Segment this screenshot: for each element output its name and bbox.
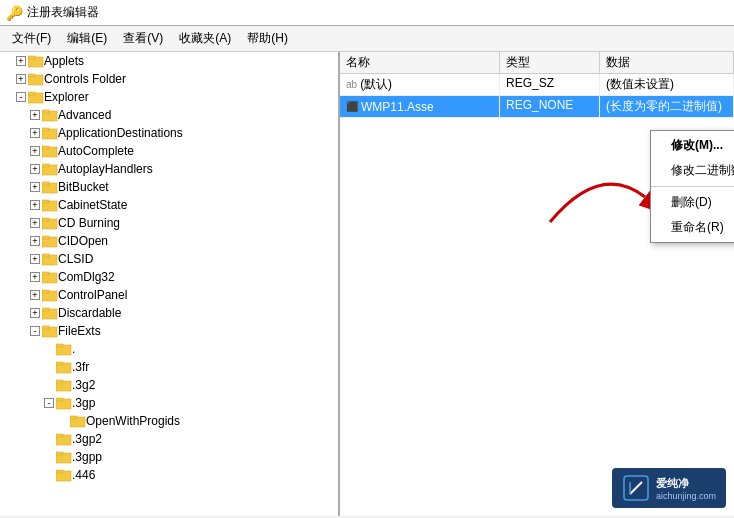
menu-help[interactable]: 帮助(H)	[239, 28, 296, 49]
cell-type-wmp11: REG_NONE	[500, 96, 600, 117]
folder-icon-cdburning	[42, 216, 58, 230]
tree-label-3gp2: .3gp2	[72, 432, 102, 446]
table-row-default[interactable]: ab (默认) REG_SZ (数值未设置)	[340, 74, 734, 96]
tree-label-fileexts: FileExts	[58, 324, 101, 338]
folder-icon-controlpanel	[42, 288, 58, 302]
cell-data-wmp11: (长度为零的二进制值)	[600, 96, 734, 117]
tree-item-advanced[interactable]: + Advanced	[0, 106, 338, 124]
tree-item-appdest[interactable]: + ApplicationDestinations	[0, 124, 338, 142]
menu-bar: 文件(F) 编辑(E) 查看(V) 收藏夹(A) 帮助(H)	[0, 26, 734, 52]
menu-view[interactable]: 查看(V)	[115, 28, 171, 49]
expand-btn-controlpanel[interactable]: +	[30, 290, 40, 300]
tree-item-controlpanel[interactable]: + ControlPanel	[0, 286, 338, 304]
tree-item-3g2[interactable]: .3g2	[0, 376, 338, 394]
default-value-icon: ab	[346, 79, 357, 90]
watermark-text: 爱纯净 aichunjing.com	[656, 476, 716, 501]
table-row-wmp11[interactable]: ⬛ WMP11.Asse REG_NONE (长度为零的二进制值)	[340, 96, 734, 118]
svg-rect-43	[56, 434, 63, 437]
tree-item-autocomplete[interactable]: + AutoComplete	[0, 142, 338, 160]
svg-rect-31	[42, 326, 49, 329]
tree-item-fileexts[interactable]: - FileExts	[0, 322, 338, 340]
folder-icon-dot	[56, 342, 72, 356]
col-header-type: 类型	[500, 52, 600, 73]
tree-item-3fr[interactable]: .3fr	[0, 358, 338, 376]
svg-rect-9	[42, 128, 49, 131]
menu-favorites[interactable]: 收藏夹(A)	[171, 28, 239, 49]
expand-btn-cidopen[interactable]: +	[30, 236, 40, 246]
tree-label-explorer: Explorer	[44, 90, 89, 104]
tree-item-explorer[interactable]: - Explorer	[0, 88, 338, 106]
folder-icon-autocomplete	[42, 144, 58, 158]
expand-btn-fileexts[interactable]: -	[30, 326, 40, 336]
expand-btn-cabinetstate[interactable]: +	[30, 200, 40, 210]
menu-file[interactable]: 文件(F)	[4, 28, 59, 49]
tree-label-applets: Applets	[44, 54, 84, 68]
tree-label-advanced: Advanced	[58, 108, 111, 122]
svg-rect-11	[42, 146, 49, 149]
expand-btn-cdburning[interactable]: +	[30, 218, 40, 228]
tree-label-controls-folder: Controls Folder	[44, 72, 126, 86]
expand-btn-advanced[interactable]: +	[30, 110, 40, 120]
folder-icon-cidopen	[42, 234, 58, 248]
watermark: 爱纯净 aichunjing.com	[612, 468, 726, 508]
svg-rect-35	[56, 362, 63, 365]
expand-btn-autoplay[interactable]: +	[30, 164, 40, 174]
expand-btn-explorer[interactable]: -	[16, 92, 26, 102]
cell-name-default: ab (默认)	[340, 74, 500, 95]
tree-item-3gp[interactable]: - .3gp	[0, 394, 338, 412]
tree-item-comdlg32[interactable]: + ComDlg32	[0, 268, 338, 286]
folder-icon-3g2	[56, 378, 72, 392]
tree-item-clsid[interactable]: + CLSID	[0, 250, 338, 268]
tree-label-controlpanel: ControlPanel	[58, 288, 127, 302]
folder-icon-446	[56, 468, 72, 482]
tree-item-bitbucket[interactable]: + BitBucket	[0, 178, 338, 196]
tree-item-446[interactable]: .446	[0, 466, 338, 484]
expand-btn-controls[interactable]: +	[16, 74, 26, 84]
no-expand-3g2	[44, 380, 54, 390]
menu-edit[interactable]: 编辑(E)	[59, 28, 115, 49]
expand-btn-bitbucket[interactable]: +	[30, 182, 40, 192]
context-menu-modify-binary[interactable]: 修改二进制数据(B)...	[651, 158, 734, 183]
folder-icon-3gp	[56, 396, 72, 410]
tree-item-3gpp[interactable]: .3gpp	[0, 448, 338, 466]
title-bar: 🔑 注册表编辑器	[0, 0, 734, 26]
tree-panel[interactable]: + Applets + Controls Folder - Explorer	[0, 52, 340, 516]
expand-btn-discardable[interactable]: +	[30, 308, 40, 318]
expand-btn-comdlg32[interactable]: +	[30, 272, 40, 282]
tree-item-dot[interactable]: .	[0, 340, 338, 358]
tree-item-autoplay[interactable]: + AutoplayHandlers	[0, 160, 338, 178]
tree-label-autocomplete: AutoComplete	[58, 144, 134, 158]
context-menu-delete[interactable]: 删除(D)	[651, 190, 734, 215]
tree-label-3g2: .3g2	[72, 378, 95, 392]
tree-item-controls-folder[interactable]: + Controls Folder	[0, 70, 338, 88]
folder-icon-3gpp	[56, 450, 72, 464]
expand-btn-applets[interactable]: +	[16, 56, 26, 66]
expand-btn-clsid[interactable]: +	[30, 254, 40, 264]
table-header: 名称 类型 数据	[340, 52, 734, 74]
svg-rect-47	[56, 470, 63, 473]
folder-icon-appdest	[42, 126, 58, 140]
folder-icon-explorer	[28, 90, 44, 104]
tree-item-openwithprogids[interactable]: OpenWithProgids	[0, 412, 338, 430]
folder-icon-comdlg32	[42, 270, 58, 284]
tree-item-cabinetstate[interactable]: + CabinetState	[0, 196, 338, 214]
expand-btn-appdest[interactable]: +	[30, 128, 40, 138]
tree-item-discardable[interactable]: + Discardable	[0, 304, 338, 322]
tree-item-applets[interactable]: + Applets	[0, 52, 338, 70]
expand-btn-autocomplete[interactable]: +	[30, 146, 40, 156]
context-menu-rename[interactable]: 重命名(R)	[651, 215, 734, 240]
svg-rect-45	[56, 452, 63, 455]
tree-item-cdburning[interactable]: + CD Burning	[0, 214, 338, 232]
tree-label-discardable: Discardable	[58, 306, 121, 320]
no-expand-446	[44, 470, 54, 480]
watermark-logo-icon	[622, 474, 650, 502]
svg-rect-37	[56, 380, 63, 383]
tree-item-cidopen[interactable]: + CIDOpen	[0, 232, 338, 250]
cell-data-default: (数值未设置)	[600, 74, 734, 95]
tree-label-cdburning: CD Burning	[58, 216, 120, 230]
context-menu-modify[interactable]: 修改(M)...	[651, 133, 734, 158]
tree-item-3gp2[interactable]: .3gp2	[0, 430, 338, 448]
folder-icon-advanced	[42, 108, 58, 122]
expand-btn-3gp[interactable]: -	[44, 398, 54, 408]
tree-label-clsid: CLSID	[58, 252, 93, 266]
